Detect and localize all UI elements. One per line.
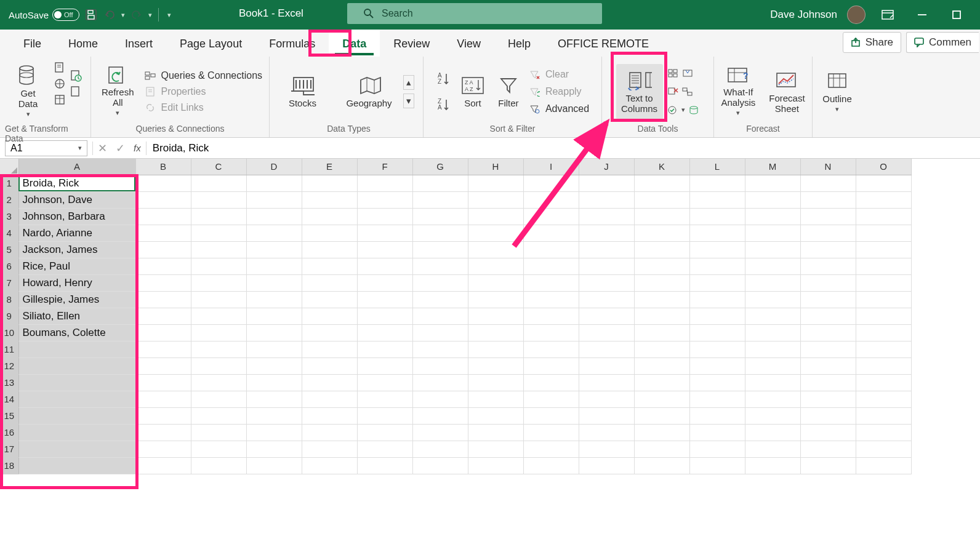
cell-F9[interactable] xyxy=(357,308,412,324)
cell-K7[interactable] xyxy=(634,274,689,291)
cell-E15[interactable] xyxy=(302,407,357,424)
cell-M1[interactable] xyxy=(745,175,800,191)
cell-M11[interactable] xyxy=(745,341,800,357)
cell-B15[interactable] xyxy=(135,407,191,424)
cell-F10[interactable] xyxy=(357,324,412,341)
search-box[interactable] xyxy=(347,3,602,24)
avatar[interactable] xyxy=(847,6,866,24)
cell-B18[interactable] xyxy=(135,457,191,474)
row-header[interactable]: 16 xyxy=(0,424,18,441)
cell-C15[interactable] xyxy=(191,407,246,424)
cell-C9[interactable] xyxy=(191,308,246,324)
cell-F11[interactable] xyxy=(357,341,412,357)
cell-G4[interactable] xyxy=(412,225,468,241)
cell-H4[interactable] xyxy=(468,225,523,241)
cell-A7[interactable]: Howard, Henry xyxy=(18,274,135,291)
save-icon[interactable] xyxy=(84,8,98,22)
cell-L11[interactable] xyxy=(689,341,745,357)
cell-L13[interactable] xyxy=(689,374,745,391)
cell-E18[interactable] xyxy=(302,457,357,474)
cell-B6[interactable] xyxy=(135,258,191,274)
column-header-E[interactable]: E xyxy=(302,159,357,175)
comments-button[interactable]: Commen xyxy=(906,32,979,53)
cell-A1[interactable]: Broida, Rick xyxy=(18,175,135,191)
row-header[interactable]: 13 xyxy=(0,374,18,391)
cell-E14[interactable] xyxy=(302,391,357,407)
data-validation-icon[interactable] xyxy=(667,104,679,116)
cell-G10[interactable] xyxy=(412,324,468,341)
cell-I16[interactable] xyxy=(523,424,579,441)
cell-O7[interactable] xyxy=(856,274,911,291)
cell-F12[interactable] xyxy=(357,357,412,374)
cell-I13[interactable] xyxy=(523,374,579,391)
cell-L12[interactable] xyxy=(689,357,745,374)
row-header[interactable]: 3 xyxy=(0,208,18,225)
cell-J3[interactable] xyxy=(579,208,634,225)
cell-B17[interactable] xyxy=(135,441,191,457)
sort-asc-icon[interactable]: AZ xyxy=(436,70,453,87)
cell-I7[interactable] xyxy=(523,274,579,291)
cell-C4[interactable] xyxy=(191,225,246,241)
cell-D5[interactable] xyxy=(246,241,302,258)
cell-C17[interactable] xyxy=(191,441,246,457)
cell-A8[interactable]: Gillespie, James xyxy=(18,291,135,308)
geography-button[interactable]: Geography xyxy=(342,64,395,119)
cell-A9[interactable]: Siliato, Ellen xyxy=(18,308,135,324)
tab-insert[interactable]: Insert xyxy=(111,30,166,57)
cell-J4[interactable] xyxy=(579,225,634,241)
cell-H12[interactable] xyxy=(468,357,523,374)
cell-K3[interactable] xyxy=(634,208,689,225)
cell-O18[interactable] xyxy=(856,457,911,474)
cell-A6[interactable]: Rice, Paul xyxy=(18,258,135,274)
remove-duplicates-icon[interactable] xyxy=(667,86,679,98)
relationships-icon[interactable] xyxy=(681,86,694,98)
cell-C10[interactable] xyxy=(191,324,246,341)
row-header[interactable]: 8 xyxy=(0,291,18,308)
cell-B16[interactable] xyxy=(135,424,191,441)
column-header-N[interactable]: N xyxy=(800,159,856,175)
cell-C3[interactable] xyxy=(191,208,246,225)
cell-B11[interactable] xyxy=(135,341,191,357)
cell-E9[interactable] xyxy=(302,308,357,324)
cell-K5[interactable] xyxy=(634,241,689,258)
outline-button[interactable]: Outline ▾ xyxy=(818,64,856,119)
cell-C16[interactable] xyxy=(191,424,246,441)
cell-D18[interactable] xyxy=(246,457,302,474)
data-types-up-icon[interactable]: ▴ xyxy=(403,75,414,90)
cell-O16[interactable] xyxy=(856,424,911,441)
cell-N12[interactable] xyxy=(800,357,856,374)
cell-G1[interactable] xyxy=(412,175,468,191)
cell-I9[interactable] xyxy=(523,308,579,324)
column-header-F[interactable]: F xyxy=(357,159,412,175)
cell-J18[interactable] xyxy=(579,457,634,474)
row-header[interactable]: 7 xyxy=(0,274,18,291)
sort-desc-icon[interactable]: ZA xyxy=(436,96,453,113)
cell-G6[interactable] xyxy=(412,258,468,274)
cell-H7[interactable] xyxy=(468,274,523,291)
cell-H17[interactable] xyxy=(468,441,523,457)
cell-A12[interactable] xyxy=(18,357,135,374)
stocks-button[interactable]: Stocks xyxy=(283,64,321,119)
cell-D2[interactable] xyxy=(246,191,302,208)
cell-L7[interactable] xyxy=(689,274,745,291)
cell-D15[interactable] xyxy=(246,407,302,424)
cell-F16[interactable] xyxy=(357,424,412,441)
cell-J9[interactable] xyxy=(579,308,634,324)
cell-F7[interactable] xyxy=(357,274,412,291)
cell-O17[interactable] xyxy=(856,441,911,457)
what-if-button[interactable]: ? What-If Analysis ▾ xyxy=(717,64,759,119)
cell-N18[interactable] xyxy=(800,457,856,474)
column-header-J[interactable]: J xyxy=(579,159,634,175)
cell-M2[interactable] xyxy=(745,191,800,208)
cell-C1[interactable] xyxy=(191,175,246,191)
cell-I8[interactable] xyxy=(523,291,579,308)
cell-A10[interactable]: Boumans, Colette xyxy=(18,324,135,341)
cell-L5[interactable] xyxy=(689,241,745,258)
cell-M14[interactable] xyxy=(745,391,800,407)
cell-K14[interactable] xyxy=(634,391,689,407)
cell-I14[interactable] xyxy=(523,391,579,407)
from-table-icon[interactable] xyxy=(54,94,66,106)
data-types-down-icon[interactable]: ▾ xyxy=(403,94,414,108)
cell-N13[interactable] xyxy=(800,374,856,391)
formula-input[interactable]: Broida, Rick xyxy=(147,142,980,154)
